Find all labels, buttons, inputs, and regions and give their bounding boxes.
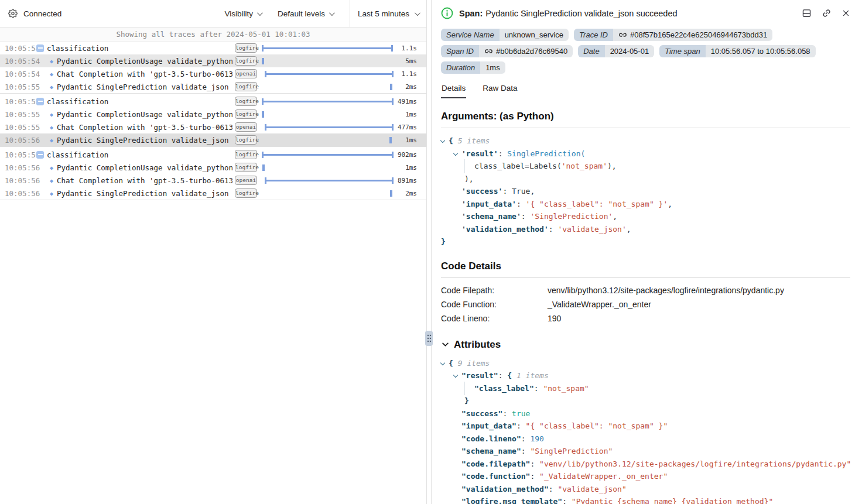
settings-gear-icon[interactable] — [8, 9, 18, 18]
copy-link-icon[interactable] — [819, 6, 833, 20]
token-plain: , — [668, 200, 672, 208]
trace-row[interactable]: 10:05:56◆Pydantic CompletionUsage valida… — [0, 161, 426, 174]
trace-row[interactable]: 10:05:56◆Chat Completion with 'gpt-3.5-t… — [0, 174, 426, 187]
tree-line: "code.filepath": "venv/lib/python3.12/si… — [441, 458, 850, 471]
trace-row[interactable]: 10:05:56◆Pydantic SinglePrediction valid… — [0, 133, 426, 146]
duration-label: 902ms — [394, 151, 426, 159]
instrumentation-badge: logfire — [235, 82, 257, 91]
token-plain: ), — [464, 174, 474, 183]
trace-span-name: Pydantic CompletionUsage validate_python — [57, 57, 232, 66]
duration-label: 477ms — [394, 124, 426, 131]
span-diamond-icon: ◆ — [50, 111, 53, 118]
meta-badge[interactable]: Trace ID#08f57b165e22c4e625046944673bdd3… — [574, 29, 772, 41]
token-plain: class_label=Labels( — [474, 162, 562, 170]
token-punct: { — [507, 371, 512, 380]
tab-details[interactable]: Details — [441, 84, 466, 98]
span-title: Span:Pydantic SinglePrediction validate_… — [459, 9, 678, 18]
tree-collapse-chevron[interactable] — [440, 360, 445, 365]
trace-row[interactable]: 10:05:56classificationlogfire902ms — [0, 148, 426, 161]
token-str: "_ValidateWrapper._on_enter" — [539, 472, 668, 481]
duration-bar-segment — [390, 190, 392, 197]
token-plain: : — [502, 409, 512, 418]
token-key: 'input_data' — [461, 200, 516, 208]
trace-row[interactable]: 10:05:55◆Pydantic SinglePrediction valid… — [0, 80, 426, 93]
badge-value: 10:05:56.057 to 10:05:56.058 — [706, 45, 816, 57]
panel-drag-handle[interactable] — [425, 331, 433, 346]
collapse-toggle[interactable] — [36, 44, 44, 52]
trace-timestamp: 10:05:55 — [0, 97, 36, 106]
token-str: "Pydantic {schema_name} {validation_meth… — [572, 497, 773, 504]
span-diamond-icon: ◆ — [50, 71, 53, 77]
tree-line: 'validation_method': 'validate_json', — [441, 223, 850, 236]
meta-badge: Time span10:05:56.057 to 10:05:56.058 — [659, 45, 815, 57]
tree-collapse-chevron[interactable] — [440, 138, 445, 143]
duration-bar-segment — [262, 164, 265, 171]
trace-row[interactable]: 10:05:54◆Chat Completion with 'gpt-3.5-t… — [0, 67, 426, 80]
token-plain: : — [534, 384, 543, 393]
collapse-toggle[interactable] — [36, 98, 44, 105]
code-detail-label: Code Filepath: — [441, 286, 548, 295]
indent-guide — [464, 159, 465, 173]
tree-line: class_label=Labels('not_spam'), — [441, 160, 850, 173]
tree-collapse-chevron[interactable] — [453, 373, 458, 378]
meta-badge: Duration1ms — [441, 61, 505, 74]
attributes-heading[interactable]: Attributes — [441, 339, 850, 351]
duration-label: 1.1s — [394, 44, 426, 52]
tree-collapse-chevron[interactable] — [453, 150, 458, 155]
trace-timestamp: 10:05:55 — [0, 110, 36, 119]
tab-raw-data[interactable]: Raw Data — [482, 84, 518, 98]
span-diamond-icon: ◆ — [50, 137, 53, 143]
instrumentation-badge: logfire — [235, 150, 257, 159]
default-levels-dropdown[interactable]: Default levels — [278, 9, 333, 18]
trace-span-name: Chat Completion with 'gpt-3.5-turbo-0613… — [57, 70, 232, 78]
default-levels-label: Default levels — [278, 9, 325, 18]
meta-badge: Date2024-05-01 — [578, 45, 654, 57]
python-args-tree: { 5 items'result': SinglePrediction(clas… — [441, 135, 850, 248]
trace-span-name: Pydantic SinglePrediction validate_json — [57, 83, 232, 91]
token-key: "code.filepath" — [461, 460, 530, 468]
instrumentation-badge: logfire — [235, 109, 257, 119]
tree-line: "code.lineno": 190 — [441, 433, 850, 445]
token-str: "not_spam" — [543, 384, 589, 393]
trace-row[interactable]: 10:05:54classificationlogfire1.1s — [0, 42, 426, 54]
trace-row[interactable]: 10:05:55◆Chat Completion with 'gpt-3.5-t… — [0, 121, 426, 133]
trace-timestamp: 10:05:54 — [0, 57, 36, 66]
trace-row[interactable]: 10:05:55◆Pydantic CompletionUsage valida… — [0, 108, 426, 121]
tree-line: } — [441, 235, 850, 248]
duration-bar-segment — [262, 111, 264, 118]
duration-bar-segment — [262, 47, 393, 49]
time-range-select[interactable]: Last 5 minutes — [350, 0, 426, 27]
badge-value: #08f57b165e22c4e625046944673bdd31 — [613, 29, 772, 41]
token-num: 190 — [530, 434, 543, 443]
trace-timestamp: 10:05:54 — [0, 70, 36, 78]
trace-row[interactable]: 10:05:56◆Pydantic SinglePrediction valid… — [0, 187, 426, 200]
tree-line: 'input_data': '{ "class_label": "not_spa… — [441, 198, 850, 211]
duration-label: 1ms — [394, 164, 426, 172]
token-str: 'validate_json' — [557, 225, 626, 234]
tree-line: 'result': SinglePrediction( — [441, 148, 850, 160]
instrumentation-badge: openai — [235, 176, 257, 185]
row-lead: ◆ — [36, 164, 57, 171]
logfire-app: Connected Visibility Default levels Last… — [0, 0, 862, 504]
token-plain: : — [549, 485, 558, 493]
code-detail-label: Code Lineno: — [441, 314, 548, 323]
trace-row[interactable]: 10:05:55classificationlogfire491ms — [0, 95, 426, 108]
attributes-title: Attributes — [454, 339, 501, 351]
meta-badge[interactable]: Span ID#b0b6da2d76c69540 — [441, 45, 573, 57]
code-detail-value: 190 — [548, 314, 850, 323]
collapse-toggle[interactable] — [36, 151, 44, 159]
duration-bar — [262, 67, 394, 80]
duration-bar-segment — [265, 180, 394, 181]
close-icon[interactable] — [842, 9, 850, 18]
token-str: "SinglePrediction" — [530, 447, 613, 455]
tree-line: "input_data": "{ "class_label": "not_spa… — [441, 420, 850, 433]
token-key: 'success' — [461, 187, 502, 196]
trace-span-name: Chat Completion with 'gpt-3.5-turbo-0613… — [57, 123, 232, 132]
trace-timestamp: 10:05:56 — [0, 176, 36, 185]
section-divider — [441, 128, 850, 128]
duration-label: 491ms — [394, 98, 426, 105]
trace-row[interactable]: 10:05:54◆Pydantic CompletionUsage valida… — [0, 54, 426, 67]
trace-timestamp: 10:05:55 — [0, 83, 36, 91]
visibility-dropdown[interactable]: Visibility — [224, 9, 261, 18]
dock-panel-icon[interactable] — [802, 8, 812, 18]
